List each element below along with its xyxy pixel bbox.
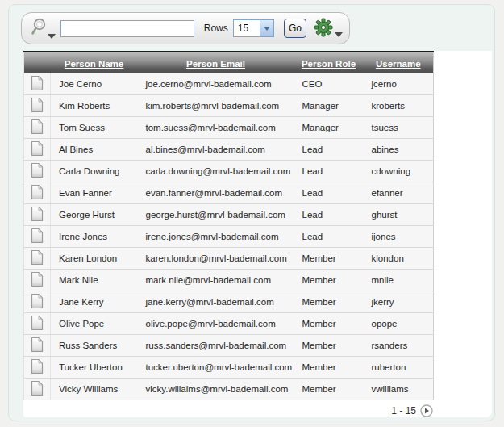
search-input[interactable] (60, 20, 194, 37)
table-row: Jane Kerry jane.kerry@mrvl-bademail.com … (24, 291, 434, 312)
row-icon-cell (24, 356, 51, 378)
report-table-wrapper: Person Name Person Email Person Role Use… (23, 51, 433, 400)
row-detail-button[interactable] (31, 97, 44, 113)
row-detail-button[interactable] (31, 184, 44, 200)
row-detail-button[interactable] (31, 271, 44, 287)
rows-select-value: 15 (234, 23, 260, 34)
column-header-person-role[interactable]: Person Role (294, 52, 364, 73)
table-row: Carla Downing carla.downing@mrvl-bademai… (24, 160, 434, 182)
person-name-cell: George Hurst (51, 203, 138, 225)
person-name-cell: Olive Pope (51, 312, 138, 334)
person-email-cell: tom.suess@mrvl-bademail.com (138, 116, 294, 138)
person-role-cell: Member (294, 356, 364, 378)
actions-dropdown-caret-icon (335, 32, 343, 37)
table-row: Mark Nile mark.nile@mrvl-bademail.com Me… (24, 269, 434, 291)
document-icon (31, 387, 44, 399)
row-detail-button[interactable] (31, 380, 44, 396)
document-icon (31, 212, 44, 224)
document-icon (31, 256, 44, 268)
person-name-cell: Mark Nile (51, 269, 138, 291)
person-email-cell: irene.jones@mrvl-bademail.com (138, 225, 294, 247)
person-email-cell: al.bines@mrvl-bademail.com (138, 138, 294, 160)
person-name-cell: Joe Cerno (51, 73, 138, 94)
row-detail-button[interactable] (31, 206, 44, 222)
column-header-person-name[interactable]: Person Name (51, 52, 138, 73)
row-detail-button[interactable] (31, 337, 44, 353)
table-row: Tucker Uberton tucker.uberton@mrvl-badem… (24, 356, 434, 378)
person-role-cell: Member (294, 312, 364, 334)
person-name-cell: Al Bines (51, 138, 138, 160)
row-icon-cell (24, 138, 51, 160)
row-icon-cell (24, 291, 51, 312)
document-icon (31, 190, 44, 203)
person-name-cell: Irene Jones (51, 225, 138, 247)
table-row: Joe Cerno joe.cerno@mrvl-bademail.com CE… (24, 73, 434, 94)
search-options-button[interactable] (30, 17, 56, 40)
row-icon-cell (24, 225, 51, 247)
go-button[interactable]: Go (284, 19, 306, 38)
username-cell: ijones (364, 225, 434, 247)
person-name-cell: Carla Downing (51, 160, 138, 182)
rows-select[interactable]: 15 (233, 19, 274, 37)
document-icon (31, 365, 44, 377)
row-detail-button[interactable] (31, 315, 44, 331)
row-icon-cell (24, 182, 51, 203)
row-detail-button[interactable] (31, 293, 44, 309)
row-detail-button[interactable] (31, 249, 44, 266)
rows-label: Rows (204, 23, 228, 34)
table-row: Olive Pope olive.pope@mrvl-bademail.com … (24, 312, 434, 334)
table-row: George Hurst george.hurst@mrvl-bademail.… (24, 203, 434, 225)
actions-menu-button[interactable] (314, 18, 343, 40)
person-role-cell: Manager (294, 94, 364, 116)
select-arrow-icon[interactable] (260, 20, 273, 36)
person-role-cell: Member (294, 269, 364, 291)
person-email-cell: karen.london@mrvl-bademail.com (138, 247, 294, 269)
table-row: Vicky Williams vicky.willaims@mrvl-badem… (24, 378, 434, 400)
row-detail-button[interactable] (31, 75, 44, 91)
person-name-cell: Russ Sanders (51, 334, 138, 356)
username-cell: cdowning (364, 160, 434, 182)
person-name-cell: Tom Suess (51, 116, 138, 138)
row-detail-button[interactable] (31, 140, 44, 157)
person-email-cell: russ.sanders@mrvl-bademail.com (138, 334, 294, 356)
person-name-cell: Jane Kerry (51, 291, 138, 312)
person-email-cell: kim.roberts@mrvl-bademail.com (138, 94, 294, 116)
table-row: Russ Sanders russ.sanders@mrvl-bademail.… (24, 334, 434, 356)
person-email-cell: mark.nile@mrvl-bademail.com (138, 269, 294, 291)
document-icon (31, 125, 44, 137)
gear-icon (314, 18, 333, 40)
table-row: Irene Jones irene.jones@mrvl-bademail.co… (24, 225, 434, 247)
person-role-cell: Manager (294, 116, 364, 138)
row-icon-cell (24, 73, 51, 94)
person-name-cell: Vicky Williams (51, 378, 138, 400)
search-dropdown-caret-icon (48, 34, 56, 39)
column-header-person-email[interactable]: Person Email (138, 52, 294, 73)
row-detail-button[interactable] (31, 119, 44, 135)
person-email-cell: jane.kerry@mrvl-bademail.com (138, 291, 294, 312)
person-name-cell: Karen London (51, 247, 138, 269)
row-detail-button[interactable] (31, 358, 44, 375)
row-icon-cell (24, 269, 51, 291)
username-cell: ruberton (364, 356, 434, 378)
document-icon (31, 147, 44, 159)
row-icon-cell (24, 247, 51, 269)
username-cell: abines (364, 138, 434, 160)
row-icon-cell (24, 94, 51, 116)
column-header-icon (24, 52, 51, 73)
person-email-cell: evan.fanner@mrvl-bademail.com (138, 182, 294, 203)
row-detail-button[interactable] (31, 162, 44, 178)
next-page-icon (420, 408, 433, 420)
row-detail-button[interactable] (31, 228, 44, 244)
username-cell: efanner (364, 182, 434, 203)
document-icon (31, 103, 44, 115)
document-icon (31, 278, 44, 290)
person-email-cell: vicky.willaims@mrvl-bademail.com (138, 378, 294, 400)
person-email-cell: george.hurst@mrvl-bademail.com (138, 203, 294, 225)
table-header-row: Person Name Person Email Person Role Use… (24, 52, 434, 73)
next-page-button[interactable] (420, 404, 433, 417)
person-name-cell: Evan Fanner (51, 182, 138, 203)
person-role-cell: Member (294, 334, 364, 356)
column-header-username[interactable]: Username (364, 52, 434, 73)
person-name-cell: Tucker Uberton (51, 356, 138, 378)
document-icon (31, 321, 44, 333)
